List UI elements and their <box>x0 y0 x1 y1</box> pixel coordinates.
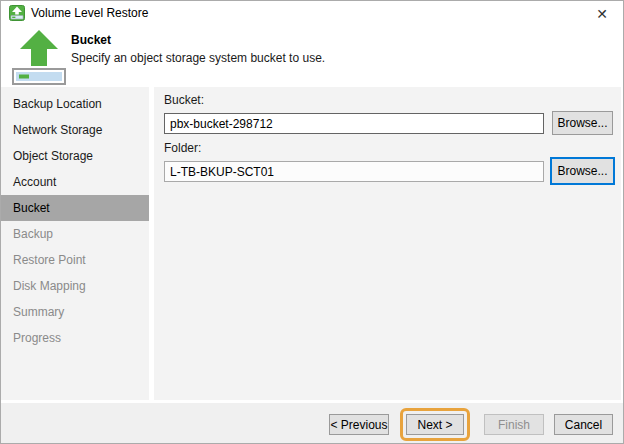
folder-label: Folder: <box>164 141 201 155</box>
sidebar-item-account[interactable]: Account <box>1 169 149 195</box>
sidebar-item-progress[interactable]: Progress <box>1 325 149 351</box>
close-button[interactable]: ✕ <box>583 1 621 27</box>
bucket-step-panel: Bucket: Browse... Folder: Browse... <box>154 87 621 400</box>
title-bar: Volume Level Restore ✕ <box>1 1 623 25</box>
volume-restore-icon <box>11 29 67 85</box>
sidebar-item-restore-point[interactable]: Restore Point <box>1 247 149 273</box>
folder-input[interactable] <box>164 161 544 182</box>
sidebar-item-bucket[interactable]: Bucket <box>1 195 149 221</box>
sidebar-item-backup-location[interactable]: Backup Location <box>1 91 149 117</box>
page-subtitle: Specify an object storage system bucket … <box>71 51 325 65</box>
wizard-dialog: Volume Level Restore ✕ Bucket Specify an… <box>0 0 624 444</box>
sidebar-item-network-storage[interactable]: Network Storage <box>1 117 149 143</box>
sidebar-item-summary[interactable]: Summary <box>1 299 149 325</box>
folder-browse-button[interactable]: Browse... <box>550 157 615 185</box>
cancel-button[interactable]: Cancel <box>554 414 613 435</box>
next-button-highlight: Next > <box>400 408 470 441</box>
wizard-header: Bucket Specify an object storage system … <box>1 25 623 87</box>
page-title: Bucket <box>71 33 111 47</box>
sidebar-item-object-storage[interactable]: Object Storage <box>1 143 149 169</box>
wizard-footer: < Previous Next > Finish Cancel <box>1 403 623 444</box>
window-title: Volume Level Restore <box>31 1 148 25</box>
previous-button[interactable]: < Previous <box>329 414 389 435</box>
close-icon: ✕ <box>596 6 608 22</box>
bucket-input[interactable] <box>164 113 544 134</box>
next-button[interactable]: Next > <box>406 414 464 435</box>
bucket-label: Bucket: <box>164 93 204 107</box>
wizard-steps: Backup LocationNetwork StorageObject Sto… <box>1 87 149 400</box>
bucket-browse-button[interactable]: Browse... <box>552 111 613 135</box>
finish-button[interactable]: Finish <box>484 414 544 435</box>
sidebar-item-disk-mapping[interactable]: Disk Mapping <box>1 273 149 299</box>
volume-restore-app-icon <box>9 5 25 21</box>
sidebar-item-backup[interactable]: Backup <box>1 221 149 247</box>
